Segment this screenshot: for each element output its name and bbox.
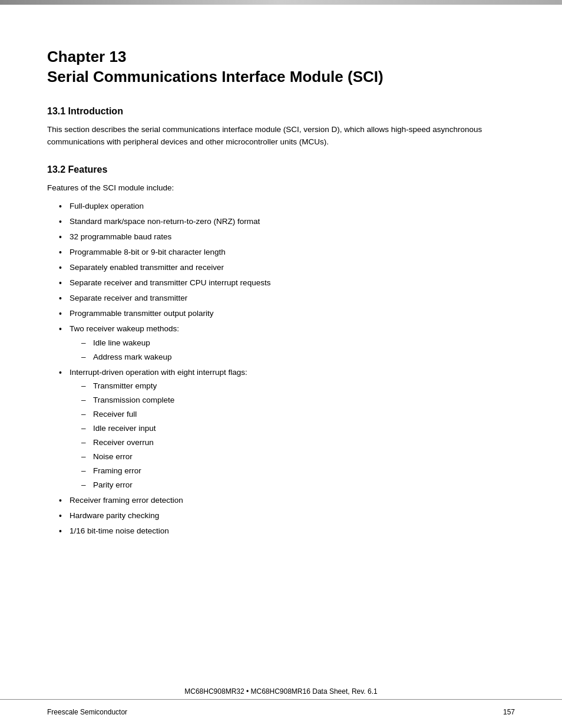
section2-heading: 13.2 Features xyxy=(47,164,515,175)
section1-paragraph: This section describes the serial commun… xyxy=(47,124,515,149)
sub-list-item: Idle line wakeup xyxy=(81,337,515,350)
list-item: Receiver framing error detection xyxy=(59,495,515,507)
list-item: Programmable transmitter output polarity xyxy=(59,308,515,320)
footer-center-text: MC68HC908MR32 • MC68HC908MR16 Data Sheet… xyxy=(0,687,562,696)
chapter-title: Chapter 13 Serial Communications Interfa… xyxy=(47,47,515,87)
list-item: 1/16 bit-time noise detection xyxy=(59,525,515,538)
list-item: Full-duplex operation xyxy=(59,200,515,213)
interrupt-flags-item: Interrupt-driven operation with eight in… xyxy=(59,367,515,492)
footer-right: 157 xyxy=(503,708,515,716)
list-item: Programmable 8-bit or 9-bit character le… xyxy=(59,246,515,259)
sub-list-item: Transmitter empty xyxy=(81,380,515,393)
wakeup-methods-item: Two receiver wakeup methods: Idle line w… xyxy=(59,323,515,364)
sub-list-item: Noise error xyxy=(81,451,515,463)
sub-list-item: Idle receiver input xyxy=(81,423,515,435)
footer-rule xyxy=(0,699,562,700)
list-item: Separate receiver and transmitter xyxy=(59,292,515,305)
features-list: Full-duplex operation Standard mark/spac… xyxy=(47,200,515,537)
list-item: 32 programmable baud rates xyxy=(59,231,515,243)
sub-list-item: Transmission complete xyxy=(81,394,515,407)
interrupt-sublist: Transmitter empty Transmission complete … xyxy=(70,380,515,491)
chapter-title-line2: Serial Communications Interface Module (… xyxy=(47,67,515,87)
sub-list-item: Parity error xyxy=(81,479,515,492)
wakeup-sublist: Idle line wakeup Address mark wakeup xyxy=(70,337,515,364)
section2-intro: Features of the SCI module include: xyxy=(47,182,515,195)
list-item: Separately enabled transmitter and recei… xyxy=(59,262,515,274)
sub-list-item: Receiver overrun xyxy=(81,437,515,449)
page-content: Chapter 13 Serial Communications Interfa… xyxy=(0,0,562,591)
footer-left: Freescale Semiconductor xyxy=(47,708,127,716)
list-item: Hardware parity checking xyxy=(59,510,515,522)
sub-list-item: Address mark wakeup xyxy=(81,351,515,364)
chapter-title-line1: Chapter 13 xyxy=(47,47,515,67)
list-item: Standard mark/space non-return-to-zero (… xyxy=(59,216,515,228)
footer: Freescale Semiconductor 157 xyxy=(0,708,562,716)
top-decorative-bar xyxy=(0,0,562,5)
sub-list-item: Receiver full xyxy=(81,409,515,421)
section1-heading: 13.1 Introduction xyxy=(47,106,515,117)
sub-list-item: Framing error xyxy=(81,465,515,477)
list-item: Separate receiver and transmitter CPU in… xyxy=(59,277,515,289)
